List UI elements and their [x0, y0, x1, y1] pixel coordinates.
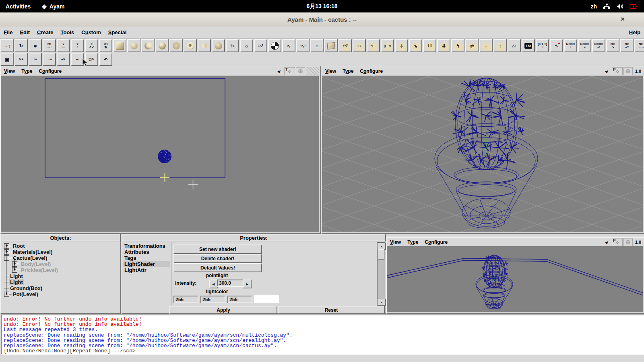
- move-tool[interactable]: ↔↕: [0, 39, 14, 52]
- tool-bevel[interactable]: ⇘: [409, 39, 422, 52]
- property-section-tags[interactable]: Tags: [123, 255, 170, 261]
- tool-tag-points[interactable]: ↖: [550, 39, 563, 52]
- nc-find-u[interactable]: NC u?: [620, 39, 634, 52]
- scroll-up-button[interactable]: ▲: [378, 243, 386, 250]
- menu-help[interactable]: Help: [625, 29, 644, 35]
- menu-special[interactable]: Special: [105, 29, 130, 35]
- clock[interactable]: 6月13 16:18: [0, 3, 644, 10]
- create-box[interactable]: [113, 39, 126, 52]
- delete-shader-button[interactable]: Delete shader!: [173, 254, 262, 263]
- insert-point[interactable]: ↖+: [14, 53, 28, 66]
- create-npatch[interactable]: [324, 39, 338, 52]
- tree-expander[interactable]: +: [12, 267, 17, 273]
- grid-size-value[interactable]: 1.0: [634, 69, 643, 74]
- convert-ncic-down[interactable]: NC/IC ↓: [564, 39, 577, 52]
- create-paraboloid[interactable]: [198, 39, 211, 52]
- delete-point[interactable]: ↓+: [29, 53, 42, 66]
- property-section-attributes[interactable]: Attributes: [123, 249, 170, 255]
- viewport-menu-configure[interactable]: Configure: [357, 68, 386, 74]
- drag-handle-hatch[interactable]: [306, 67, 319, 75]
- reset-button[interactable]: Reset: [278, 306, 385, 314]
- property-section-transformations[interactable]: Transformations: [123, 243, 170, 249]
- viewport-menu-type[interactable]: Type: [339, 68, 357, 74]
- tool-revolve[interactable]: Y↺: [339, 39, 352, 52]
- lightcolor-r-input[interactable]: 255: [173, 296, 198, 303]
- tree-item-pot-level-[interactable]: +Pot(Level): [1, 291, 120, 297]
- move-2d-tool[interactable]: 2D ↔↕: [43, 39, 56, 52]
- viewport-2-canvas[interactable]: [387, 246, 643, 312]
- apply-button[interactable]: Apply: [169, 306, 277, 314]
- split-point[interactable]: →+: [43, 53, 56, 66]
- tool-knots[interactable]: [0,1,1] ↓: [536, 39, 549, 52]
- menu-edit[interactable]: Edit: [16, 29, 33, 35]
- create-material[interactable]: [268, 39, 281, 52]
- property-section-lightattr[interactable]: LightAttr: [123, 267, 170, 273]
- lightcolor-b-input[interactable]: 255: [227, 296, 252, 303]
- nc-refine[interactable]: NC →→: [634, 39, 644, 52]
- tree-item-cactus-level-[interactable]: -Cactus(Level): [1, 255, 120, 261]
- tree-item-light[interactable]: Light: [1, 273, 120, 279]
- create-cone[interactable]: [155, 39, 169, 52]
- intensity-increment-button[interactable]: ▶: [243, 280, 252, 288]
- create-cylinder[interactable]: [169, 39, 183, 52]
- tool-cap[interactable]: ⇓: [395, 39, 408, 52]
- rotate-tool[interactable]: ↻: [14, 39, 28, 52]
- default-values-button[interactable]: Default Values!: [173, 263, 262, 272]
- create-instance[interactable]: □↺: [254, 39, 267, 52]
- tree-expander[interactable]: +: [4, 249, 9, 255]
- view-type-badge[interactable]: P ◇: [612, 67, 623, 75]
- tool-tesselate[interactable]: △↑: [508, 39, 521, 52]
- surf-swap-uv[interactable]: ⇄: [465, 39, 479, 52]
- window-title-bar[interactable]: Ayam - Main - cactus : -- ×: [0, 12, 644, 27]
- menu-file[interactable]: File: [0, 29, 16, 35]
- move-x-tool[interactable]: x ↔: [57, 39, 70, 52]
- tool-tesselate-16t[interactable]: 16t: [522, 39, 535, 52]
- tree-item-materials-level-[interactable]: +Materials(Level): [1, 249, 120, 255]
- tree-item-prickles-level-[interactable]: +Prickles(Level): [1, 267, 120, 273]
- undo-button[interactable]: ↶: [99, 53, 112, 66]
- viewport-menu-view[interactable]: View: [387, 239, 404, 245]
- viewport-menu-view[interactable]: View: [322, 68, 339, 74]
- convert-ncic-curve[interactable]: NC/IC ↩: [592, 39, 605, 52]
- tool-sweep[interactable]: ∿→: [367, 39, 380, 52]
- viewport-menu-type[interactable]: Type: [404, 239, 421, 245]
- view-type-badge[interactable]: T ◇: [284, 67, 295, 75]
- intensity-decrement-button[interactable]: ◀: [209, 280, 218, 288]
- tool-birail[interactable]: ⇊: [437, 39, 450, 52]
- nc-to-points[interactable]: NC ↘: [606, 39, 619, 52]
- property-section-lightshader[interactable]: LightShader: [123, 261, 170, 267]
- tree-expander[interactable]: +: [12, 261, 17, 267]
- properties-scrollbar[interactable]: ▲ ▼: [377, 242, 386, 306]
- volume-icon[interactable]: [616, 3, 624, 10]
- tool-skin[interactable]: ()→0: [381, 39, 394, 52]
- scroll-down-button[interactable]: ▼: [378, 299, 386, 306]
- surf-close[interactable]: ↕: [493, 39, 507, 52]
- create-hyperboloid[interactable]: [212, 39, 225, 52]
- viewport-front-canvas[interactable]: [1, 76, 319, 232]
- set-new-shader-button[interactable]: Set new shader!: [173, 245, 262, 254]
- create-sphere[interactable]: [127, 39, 140, 52]
- world-axis-icon[interactable]: ⊕: [296, 67, 305, 75]
- tree-item-light[interactable]: Light: [1, 279, 120, 285]
- tool-extrude[interactable]: ○↓: [353, 39, 366, 52]
- world-axis-icon[interactable]: ⊕: [623, 67, 633, 75]
- viewport-menu-configure[interactable]: Configure: [421, 239, 451, 245]
- scale-3d-tool[interactable]: ∗: [29, 39, 42, 52]
- pick-object[interactable]: ●↖: [57, 53, 70, 66]
- console[interactable]: undo: Error! No further undo info availa…: [1, 315, 644, 355]
- menu-custom[interactable]: Custom: [78, 29, 104, 35]
- viewport-menu-configure[interactable]: Configure: [35, 68, 65, 74]
- world-axis-icon[interactable]: ⊕: [623, 238, 633, 246]
- move-z-tool[interactable]: Z ↗↙: [85, 39, 98, 52]
- menu-create[interactable]: Create: [33, 29, 57, 35]
- tree-item-root[interactable]: +Root: [1, 243, 120, 249]
- scrollbar-thumb[interactable]: [378, 249, 384, 260]
- create-ncurve[interactable]: ∿: [282, 39, 295, 52]
- surf-revert-u[interactable]: ↰: [451, 39, 464, 52]
- intensity-input[interactable]: 300.0: [217, 280, 246, 287]
- viewport-perspective-canvas[interactable]: [322, 76, 643, 232]
- tree-item-ground-box-[interactable]: Ground(Box): [1, 285, 120, 291]
- convert-ncic-cross[interactable]: NC/IC ×: [578, 39, 591, 52]
- viewport-menu-view[interactable]: View: [1, 68, 18, 74]
- lightcolor-g-input[interactable]: 255: [200, 296, 225, 303]
